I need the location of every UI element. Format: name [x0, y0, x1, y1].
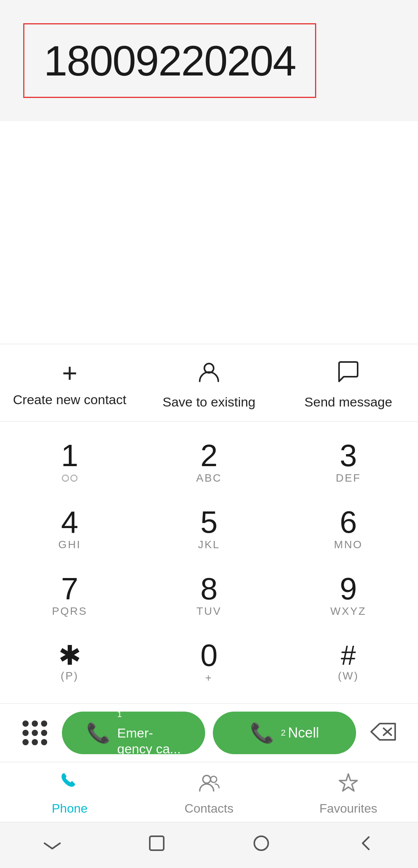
nav-bar — [0, 822, 418, 868]
plus-icon: + — [62, 360, 77, 386]
ncell-call-label: Ncell — [288, 725, 319, 741]
backspace-button[interactable] — [364, 714, 403, 752]
chat-icon — [336, 360, 361, 388]
create-new-contact-label: Create new contact — [13, 392, 127, 407]
tab-phone[interactable]: Phone — [0, 772, 139, 816]
save-to-existing-label: Save to existing — [163, 395, 255, 410]
emergency-call-button[interactable]: 📞 1 Emer-gency ca... — [62, 712, 205, 754]
action-row: + Create new contact Save to existing Se… — [0, 344, 418, 421]
phone-call-icon-1: 📞 — [86, 722, 110, 744]
nav-square-button[interactable] — [141, 834, 172, 856]
svg-point-2 — [71, 475, 77, 481]
tab-contacts[interactable]: Contacts — [139, 772, 279, 816]
phone-number-box: 18009220204 — [23, 23, 316, 98]
tab-bar: Phone Contacts Favourites — [0, 762, 418, 822]
send-message-button[interactable]: Send message — [279, 360, 418, 410]
nav-back-button[interactable] — [350, 834, 381, 856]
svg-rect-7 — [150, 836, 164, 850]
dialpad-toggle-button[interactable] — [15, 714, 54, 752]
backspace-icon — [370, 719, 397, 747]
contacts-tab-icon — [198, 772, 220, 798]
phone-display-area: 18009220204 — [0, 0, 418, 121]
tab-favourites[interactable]: Favourites — [279, 772, 418, 816]
phone-number: 18009220204 — [44, 37, 296, 84]
tab-contacts-label: Contacts — [185, 801, 233, 816]
star-tab-icon — [337, 772, 359, 798]
dialpad-grid: 1 2 ABC 3 DEF 4 GHI 5 JKL 6 MNO 7 — [0, 429, 418, 696]
emergency-call-label: Emer-gency ca... — [117, 725, 181, 757]
nav-down-button[interactable] — [37, 834, 68, 856]
empty-space — [0, 121, 418, 344]
dial-key-7[interactable]: 7 PQRS — [0, 563, 139, 629]
dialpad: 1 2 ABC 3 DEF 4 GHI 5 JKL 6 MNO 7 — [0, 421, 418, 703]
svg-point-1 — [62, 475, 69, 481]
dial-key-0[interactable]: 0 + — [139, 629, 279, 696]
ncell-call-button[interactable]: 📞 2 Ncell — [213, 712, 356, 754]
dial-key-8[interactable]: 8 TUV — [139, 563, 279, 629]
tab-favourites-label: Favourites — [319, 801, 377, 816]
dial-key-9[interactable]: 9 WXYZ — [279, 563, 418, 629]
create-new-contact-button[interactable]: + Create new contact — [0, 360, 139, 410]
dial-key-4[interactable]: 4 GHI — [0, 496, 139, 563]
nav-circle-button[interactable] — [246, 834, 277, 856]
svg-point-8 — [254, 836, 268, 850]
dots-grid-icon — [22, 720, 47, 745]
dial-key-5[interactable]: 5 JKL — [139, 496, 279, 563]
dial-key-2[interactable]: 2 ABC — [139, 429, 279, 496]
dial-key-3[interactable]: 3 DEF — [279, 429, 418, 496]
person-icon — [197, 360, 221, 388]
svg-point-6 — [211, 776, 217, 782]
dial-key-1[interactable]: 1 — [0, 429, 139, 496]
bottom-action-bar: 📞 1 Emer-gency ca... 📞 2 Ncell — [0, 703, 418, 762]
phone-call-icon-2: 📞 — [250, 722, 274, 744]
dial-key-hash[interactable]: # (W) — [279, 629, 418, 696]
tab-phone-label: Phone — [52, 801, 88, 816]
phone-tab-icon — [59, 772, 81, 798]
dial-key-6[interactable]: 6 MNO — [279, 496, 418, 563]
save-to-existing-button[interactable]: Save to existing — [139, 360, 279, 410]
svg-point-5 — [203, 775, 211, 783]
dial-key-star[interactable]: ✱ (P) — [0, 629, 139, 696]
send-message-label: Send message — [305, 395, 392, 410]
